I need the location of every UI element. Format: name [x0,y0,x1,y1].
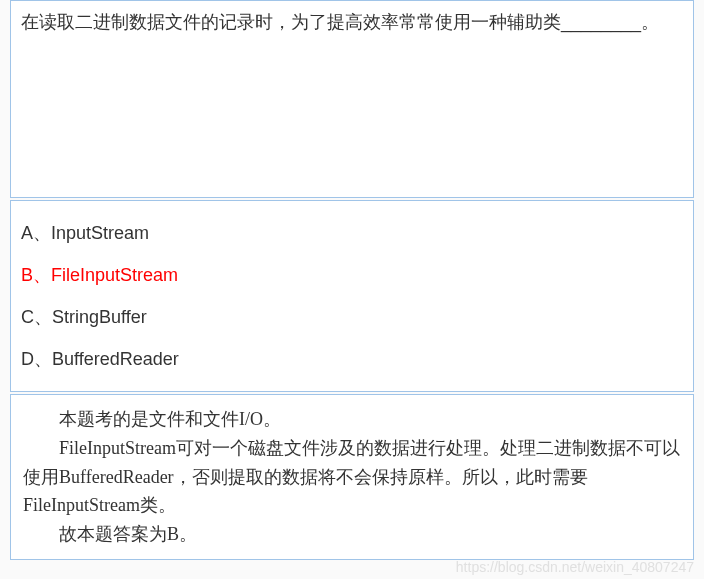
option-c-text: StringBuffer [52,307,147,327]
option-a-text: InputStream [51,223,149,243]
option-b-text: FileInputStream [51,265,178,285]
option-b[interactable]: B、FileInputStream [21,263,683,287]
option-b-label: B、 [21,265,51,285]
option-d-label: D、 [21,349,52,369]
explanation-section: 本题考的是文件和文件I/O。 FileInputStream可对一个磁盘文件涉及… [10,394,694,560]
option-a[interactable]: A、InputStream [21,221,683,245]
question-section: 在读取二进制数据文件的记录时，为了提高效率常常使用一种辅助类________。 [10,0,694,198]
explanation-line-3: 故本题答案为B。 [23,520,681,549]
options-section: A、InputStream B、FileInputStream C、String… [10,200,694,392]
watermark-text: https://blog.csdn.net/weixin_40807247 [456,559,694,575]
explanation-line-2: FileInputStream可对一个磁盘文件涉及的数据进行处理。处理二进制数据… [23,434,681,520]
option-d[interactable]: D、BufferedReader [21,347,683,371]
option-c-label: C、 [21,307,52,327]
option-c[interactable]: C、StringBuffer [21,305,683,329]
option-a-label: A、 [21,223,51,243]
explanation-line-1: 本题考的是文件和文件I/O。 [23,405,681,434]
option-d-text: BufferedReader [52,349,179,369]
question-text: 在读取二进制数据文件的记录时，为了提高效率常常使用一种辅助类________。 [21,12,659,32]
